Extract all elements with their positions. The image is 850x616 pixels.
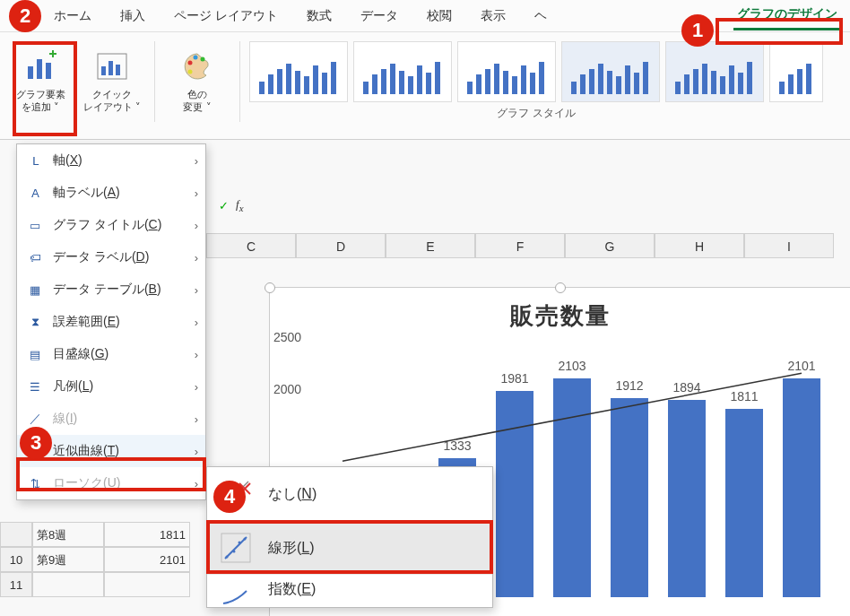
trendline-linear[interactable]: 線形(L): [207, 521, 492, 575]
svg-rect-42: [607, 71, 612, 94]
palette-icon: [179, 48, 215, 84]
tab-review[interactable]: 校閲: [423, 3, 455, 30]
row-header-9[interactable]: [0, 522, 32, 547]
chevron-right-icon: ›: [195, 445, 198, 458]
tab-chart-design[interactable]: グラフのデザイン: [733, 1, 841, 30]
chevron-right-icon: ›: [195, 154, 198, 168]
bar-value-label: 1894: [672, 380, 700, 395]
tab-view[interactable]: 表示: [477, 3, 509, 30]
bar[interactable]: 1912: [611, 398, 648, 597]
data-table-icon: ▦: [24, 283, 46, 297]
axis-label-icon: 𝖠: [24, 187, 46, 200]
chevron-right-icon: ›: [195, 380, 198, 394]
chevron-right-icon: ›: [195, 316, 198, 329]
chart-style-gallery[interactable]: [249, 38, 823, 102]
ribbon-panel: グラフ要素を追加 ˅ クイックレイアウト ˅ 色の変更 ˅ グラフ スタイル: [0, 32, 850, 140]
menu-axis[interactable]: 𝖫軸(X)›: [17, 144, 205, 177]
bar[interactable]: 1811: [725, 409, 763, 597]
chart-style-5[interactable]: [665, 41, 764, 102]
col-header-f[interactable]: F: [475, 233, 565, 258]
svg-rect-53: [729, 65, 734, 94]
data-label-icon: 🏷: [24, 251, 46, 265]
trendline-exponential-partial[interactable]: 指数(E): [207, 575, 492, 607]
menu-data-labels[interactable]: 🏷データ ラベル(D)›: [17, 241, 205, 273]
tab-formulas[interactable]: 数式: [303, 3, 335, 30]
add-chart-element-button[interactable]: グラフ要素を追加 ˅: [7, 38, 74, 124]
svg-rect-11: [259, 82, 265, 94]
change-colors-button[interactable]: 色の変更 ˅: [164, 38, 230, 124]
chevron-right-icon: ›: [195, 348, 198, 361]
lines-icon: ／: [24, 411, 46, 427]
chart-resize-handle-tl[interactable]: [265, 282, 275, 293]
cell-b11[interactable]: [104, 572, 190, 597]
tab-help-partial[interactable]: ヘ: [531, 3, 551, 30]
cell-a9[interactable]: 第8週: [32, 522, 104, 547]
chevron-right-icon: ›: [195, 477, 198, 490]
legend-icon: ☰: [24, 380, 46, 394]
svg-rect-36: [530, 73, 535, 94]
tab-page-layout[interactable]: ページ レイアウト: [170, 3, 282, 30]
cell-b9[interactable]: 1811: [104, 522, 190, 547]
chart-style-2[interactable]: [353, 41, 452, 102]
svg-rect-25: [408, 76, 413, 94]
chevron-right-icon: ›: [195, 251, 198, 265]
quick-layout-button[interactable]: クイックレイアウト ˅: [79, 38, 145, 124]
col-header-c[interactable]: C: [206, 233, 296, 258]
chart-style-3[interactable]: [457, 41, 556, 102]
bar-value-label: 2101: [787, 359, 815, 373]
row-header-10[interactable]: 10: [0, 547, 32, 572]
svg-rect-41: [598, 64, 603, 94]
chart-resize-handle-top[interactable]: [555, 282, 566, 293]
svg-rect-27: [426, 73, 431, 94]
svg-rect-28: [435, 62, 440, 94]
formula-confirm-icon[interactable]: ✓: [219, 199, 229, 213]
chevron-right-icon: ›: [195, 283, 198, 297]
cell-a11[interactable]: [32, 572, 104, 597]
bar[interactable]: 1894: [668, 400, 706, 597]
cell-b10[interactable]: 2101: [104, 547, 190, 572]
cell-a10[interactable]: 第9週: [32, 547, 104, 572]
chart-style-section-label: グラフ スタイル: [497, 106, 575, 121]
svg-rect-4: [101, 66, 106, 75]
svg-point-68: [244, 538, 247, 541]
bar[interactable]: 2101: [783, 378, 820, 597]
trendline-none[interactable]: なし(N): [207, 467, 492, 521]
svg-rect-22: [381, 69, 386, 94]
menu-axis-labels[interactable]: 𝖠軸ラベル(A)›: [17, 177, 205, 209]
chart-style-6[interactable]: [769, 41, 823, 102]
svg-rect-34: [512, 76, 517, 94]
axis-icon: 𝖫: [24, 154, 46, 168]
svg-rect-45: [634, 73, 639, 94]
fx-icon[interactable]: fx: [236, 197, 243, 213]
menu-data-table[interactable]: ▦データ テーブル(B)›: [17, 273, 205, 306]
tab-insert[interactable]: 挿入: [117, 3, 149, 30]
callout-num-4: 4: [213, 481, 246, 513]
change-colors-label-1: 色の: [187, 89, 207, 100]
svg-rect-35: [521, 65, 526, 94]
col-header-i[interactable]: I: [744, 233, 834, 258]
tab-data[interactable]: データ: [357, 3, 402, 30]
svg-rect-0: [28, 66, 33, 79]
svg-rect-1: [37, 59, 42, 79]
menu-gridlines[interactable]: ▤目盛線(G)›: [17, 338, 205, 370]
svg-rect-5: [108, 61, 113, 75]
chart-style-1[interactable]: [249, 41, 348, 102]
svg-rect-59: [806, 64, 811, 94]
svg-rect-54: [738, 73, 743, 94]
row-header-11[interactable]: 11: [0, 572, 32, 597]
chart-style-4[interactable]: [561, 41, 660, 102]
svg-line-64: [225, 537, 247, 559]
exponential-icon: [218, 580, 254, 607]
menu-error-bars[interactable]: ⧗誤差範囲(E)›: [17, 306, 205, 338]
bar[interactable]: 2103: [553, 378, 591, 597]
col-header-h[interactable]: H: [655, 233, 744, 258]
col-header-g[interactable]: G: [565, 233, 655, 258]
bar[interactable]: 1981: [496, 391, 533, 597]
menu-chart-title[interactable]: ▭グラフ タイトル(C)›: [17, 209, 205, 241]
tab-home[interactable]: ホーム: [50, 3, 95, 30]
menu-legend[interactable]: ☰凡例(L)›: [17, 370, 205, 403]
chart-title[interactable]: 販売数量: [270, 288, 850, 337]
col-header-d[interactable]: D: [296, 233, 386, 258]
svg-rect-43: [616, 76, 621, 94]
col-header-e[interactable]: E: [386, 233, 475, 258]
